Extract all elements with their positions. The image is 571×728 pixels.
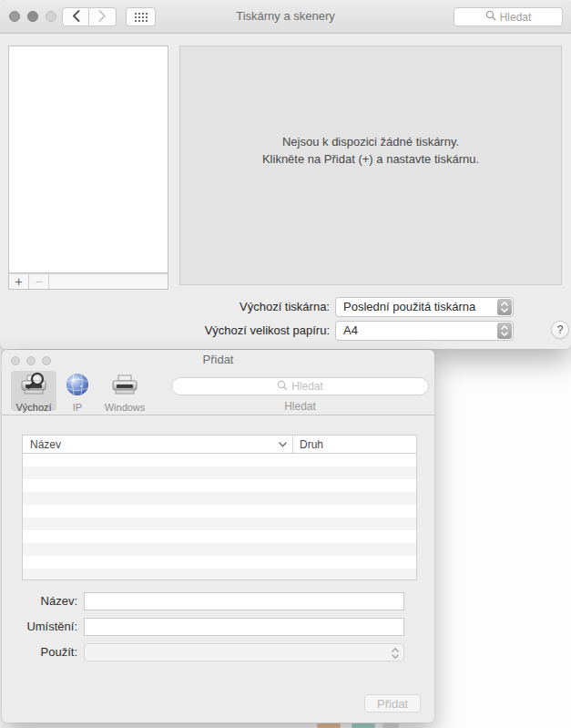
background-dock-sliver-teal — [352, 723, 375, 728]
zoom-button[interactable] — [46, 11, 56, 22]
default-paper-popup[interactable]: A4 — [335, 321, 514, 341]
globe-icon — [66, 373, 89, 401]
default-printer-label: Výchozí tiskárna: — [164, 297, 330, 317]
printers-scanners-window: Tiskárny a skenery Hledat + − Nejsou k d… — [0, 0, 571, 349]
dialog-minimize-button[interactable] — [26, 356, 36, 365]
traffic-lights — [9, 11, 56, 22]
location-field[interactable] — [84, 618, 404, 636]
background-dock-sliver-gray — [382, 723, 399, 728]
search-icon — [277, 380, 288, 394]
dialog-close-button[interactable] — [11, 356, 20, 365]
printer-detail-panel: Nejsou k dispozici žádné tiskárny. Klikn… — [179, 46, 562, 285]
toolbar-tab-windows[interactable]: Windows — [98, 371, 151, 411]
name-field[interactable] — [84, 592, 404, 610]
forward-button[interactable] — [89, 7, 117, 26]
toolbar-tab-default[interactable]: Výchozí — [11, 371, 56, 411]
default-paper-label: Výchozí velikost papíru: — [164, 321, 330, 341]
dialog-search-input[interactable]: Hledat — [171, 377, 429, 395]
use-field-label: Použít: — [11, 643, 77, 661]
toolbar-tab-ip[interactable]: IP — [60, 371, 95, 411]
printer-browser-table: Název Druh — [22, 435, 417, 580]
chevron-right-icon — [98, 9, 107, 26]
dialog-traffic-lights — [11, 356, 51, 365]
chevron-down-icon — [279, 442, 287, 447]
location-field-label: Umístění: — [11, 618, 77, 636]
column-header-kind[interactable]: Druh — [293, 438, 416, 451]
column-header-kind-label: Druh — [300, 438, 323, 451]
toolbar-tab-label: Windows — [105, 402, 146, 413]
popup-stepper-icon — [497, 299, 512, 315]
empty-state-message: Nejsou k dispozici žádné tiskárny. Klikn… — [180, 133, 561, 168]
column-header-name[interactable]: Název — [23, 436, 293, 453]
popup-stepper-icon — [392, 647, 399, 663]
background-dock-sliver-orange — [317, 723, 341, 728]
printer-list[interactable] — [8, 46, 168, 273]
minimize-button[interactable] — [27, 11, 38, 22]
help-button[interactable]: ? — [551, 321, 569, 339]
search-placeholder: Hledat — [500, 11, 532, 24]
empty-state-line1: Nejsou k dispozici žádné tiskárny. — [180, 133, 561, 150]
popup-stepper-icon — [497, 323, 512, 339]
show-all-button[interactable] — [126, 7, 156, 26]
use-popup[interactable] — [84, 643, 404, 661]
printer-search-icon — [19, 373, 48, 401]
table-body[interactable] — [22, 454, 417, 580]
column-header-name-label: Název — [30, 438, 61, 451]
empty-state-line2: Klikněte na Přidat (+) a nastavte tiskár… — [180, 150, 561, 168]
back-button[interactable] — [62, 7, 89, 26]
grid-icon — [133, 11, 148, 23]
add-printer-dialog: Přidat Výchozí — [2, 350, 434, 723]
add-printer-button[interactable]: + — [9, 274, 29, 289]
list-controls: + − — [8, 273, 168, 290]
default-printer-popup[interactable]: Poslední použitá tiskárna — [335, 297, 514, 317]
dialog-zoom-button[interactable] — [42, 356, 51, 365]
toolbar-tab-label: Výchozí — [15, 402, 51, 413]
add-button[interactable]: Přidat — [364, 694, 421, 713]
dialog-search-caption: Hledat — [171, 400, 429, 413]
default-paper-value: A4 — [336, 322, 513, 340]
dialog-titlebar[interactable]: Přidat — [2, 350, 434, 369]
nav-buttons — [62, 7, 117, 26]
remove-printer-button[interactable]: − — [29, 274, 49, 289]
search-input[interactable]: Hledat — [454, 7, 563, 26]
search-icon — [485, 10, 496, 24]
close-button[interactable] — [9, 11, 20, 22]
dialog-toolbar: Výchozí IP — [2, 369, 434, 415]
dialog-title: Přidat — [2, 353, 434, 366]
printer-icon — [110, 373, 139, 401]
default-printer-value: Poslední použitá tiskárna — [336, 298, 513, 316]
dialog-search-placeholder: Hledat — [291, 380, 323, 393]
toolbar-tab-label: IP — [73, 402, 82, 413]
main-titlebar[interactable]: Tiskárny a skenery Hledat — [0, 0, 571, 34]
chevron-left-icon — [72, 9, 80, 26]
table-header: Název Druh — [22, 435, 417, 454]
name-field-label: Název: — [11, 592, 77, 610]
